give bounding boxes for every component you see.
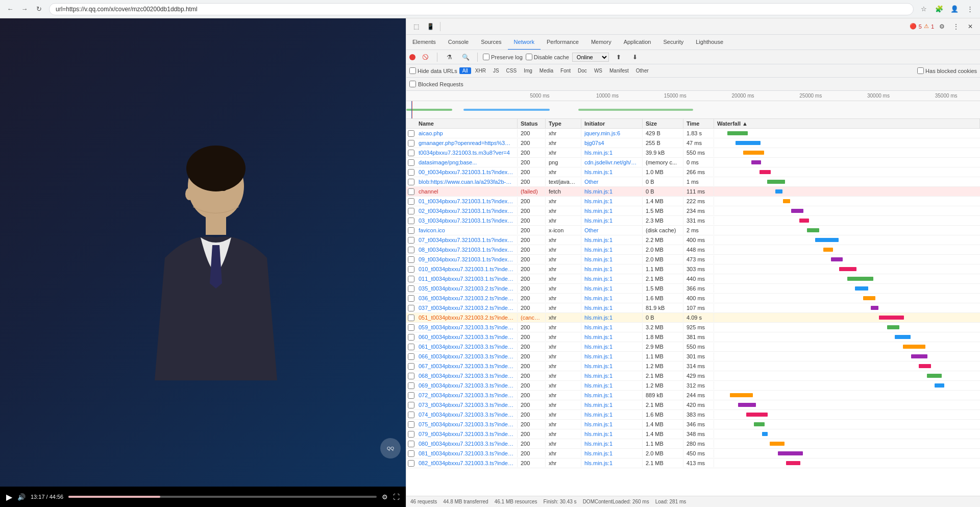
- row-checkbox[interactable]: [406, 198, 415, 205]
- table-row[interactable]: 035_t0034pbxxu7.321003.2.ts?index=35&s..…: [406, 284, 980, 294]
- table-row[interactable]: blob:https://www.cuan.la/a293fa2b-bb38-4…: [406, 177, 980, 187]
- table-row[interactable]: 072_t0034pbxxu7.321003.3.ts?index=72&s..…: [406, 391, 980, 400]
- row-checkbox[interactable]: [406, 421, 415, 428]
- import-button[interactable]: ⬆: [612, 51, 625, 64]
- table-row[interactable]: 00_t0034pbxxu7.321003.1.ts?index=0&star.…: [406, 167, 980, 177]
- row-checkbox[interactable]: [406, 402, 415, 408]
- table-row[interactable]: 059_t0034pbxxu7.321003.3.ts?index=59&s..…: [406, 323, 980, 332]
- tab-elements[interactable]: Elements: [406, 35, 442, 50]
- filter-button[interactable]: ⚗: [443, 51, 456, 64]
- tab-memory[interactable]: Memory: [585, 35, 618, 50]
- search-button[interactable]: 🔍: [459, 51, 472, 64]
- row-checkbox[interactable]: [406, 353, 415, 360]
- row-checkbox[interactable]: [406, 295, 415, 302]
- fullscreen-button[interactable]: ⛶: [393, 493, 400, 501]
- tab-application[interactable]: Application: [618, 35, 657, 50]
- tab-network[interactable]: Network: [508, 35, 541, 50]
- filter-other[interactable]: Other: [633, 67, 652, 74]
- table-row[interactable]: 067_t0034pbxxu7.321003.3.ts?index=67&s..…: [406, 361, 980, 371]
- export-button[interactable]: ⬇: [628, 51, 642, 64]
- row-checkbox[interactable]: [406, 169, 415, 176]
- table-row[interactable]: t0034pbxxu7.321003.ts.m3u8?ver=4 200 xhr…: [406, 148, 980, 158]
- filter-css[interactable]: CSS: [503, 67, 520, 74]
- filter-all[interactable]: All: [459, 67, 471, 74]
- profile-icon[interactable]: 👤: [948, 3, 961, 15]
- filter-js[interactable]: JS: [490, 67, 502, 74]
- table-row[interactable]: 079_t0034pbxxu7.321003.3.ts?index=79&s..…: [406, 429, 980, 439]
- tab-console[interactable]: Console: [442, 35, 475, 50]
- volume-button[interactable]: 🔊: [17, 493, 26, 501]
- row-checkbox[interactable]: [406, 334, 415, 341]
- table-row[interactable]: 01_t0034pbxxu7.321003.1.ts?index=1&star.…: [406, 197, 980, 206]
- row-checkbox[interactable]: [406, 363, 415, 370]
- row-checkbox[interactable]: [406, 208, 415, 214]
- table-row[interactable]: 037_t0034pbxxu7.321003.2.ts?index=37&s..…: [406, 303, 980, 313]
- col-header-name[interactable]: Name: [415, 119, 518, 128]
- extensions-icon[interactable]: 🧩: [933, 3, 945, 15]
- row-checkbox[interactable]: [406, 460, 415, 467]
- row-checkbox[interactable]: [406, 285, 415, 292]
- table-row[interactable]: channel (failed) fetch hls.min.js:1 0 B …: [406, 187, 980, 197]
- col-header-initiator[interactable]: Initiator: [581, 119, 643, 128]
- table-row[interactable]: 08_t0034pbxxu7.321003.1.ts?index=8&star.…: [406, 245, 980, 255]
- filter-media[interactable]: Media: [536, 67, 556, 74]
- table-row[interactable]: 080_t0034pbxxu7.321003.3.ts?index=80&s..…: [406, 439, 980, 449]
- table-row[interactable]: 036_t0034pbxxu7.321003.2.ts?index=36&s..…: [406, 294, 980, 303]
- close-devtools-button[interactable]: ✕: [964, 20, 977, 33]
- settings-button[interactable]: ⚙: [935, 20, 948, 33]
- hide-data-urls-checkbox[interactable]: Hide data URLs: [409, 67, 457, 74]
- table-row[interactable]: 03_t0034pbxxu7.321003.1.ts?index=3&star.…: [406, 216, 980, 226]
- row-checkbox[interactable]: [406, 218, 415, 224]
- table-row[interactable]: 07_t0034pbxxu7.321003.1.ts?index=7&star.…: [406, 235, 980, 245]
- row-checkbox[interactable]: [406, 130, 415, 137]
- bookmark-icon[interactable]: ☆: [918, 3, 930, 15]
- row-checkbox[interactable]: [406, 344, 415, 350]
- preserve-log-checkbox[interactable]: Preserve log: [483, 54, 523, 60]
- row-checkbox[interactable]: [406, 412, 415, 418]
- table-row[interactable]: favicon.ico 200 x-icon Other (disk cache…: [406, 226, 980, 235]
- row-checkbox[interactable]: [406, 247, 415, 253]
- table-row[interactable]: datasimage/png;base... 200 png cdn.jsdel…: [406, 158, 980, 167]
- blocked-requests-checkbox[interactable]: Blocked Requests: [409, 81, 463, 87]
- col-header-waterfall[interactable]: Waterfall ▲: [714, 119, 980, 128]
- table-row[interactable]: aicao.php 200 xhr jquery.min.js:6 429 B …: [406, 129, 980, 138]
- table-row[interactable]: 061_t0034pbxxu7.321003.3.ts?index=61&s..…: [406, 342, 980, 352]
- table-row[interactable]: 075_t0034pbxxu7.321003.3.ts?index=75&s..…: [406, 420, 980, 429]
- table-row[interactable]: 051_t0034pbxxu7.321003.2.ts?index=51&s..…: [406, 313, 980, 323]
- table-row[interactable]: gmanager.php?openread=https%3A%2F%2F... …: [406, 138, 980, 148]
- row-checkbox[interactable]: [406, 150, 415, 156]
- table-row[interactable]: 09_t0034pbxxu7.321003.1.ts?index=9&star.…: [406, 255, 980, 264]
- row-checkbox[interactable]: [406, 179, 415, 185]
- disable-cache-checkbox[interactable]: Disable cache: [526, 54, 569, 60]
- filter-img[interactable]: Img: [521, 67, 535, 74]
- tab-performance[interactable]: Performance: [541, 35, 585, 50]
- row-checkbox[interactable]: [406, 315, 415, 321]
- row-checkbox[interactable]: [406, 431, 415, 438]
- col-header-time[interactable]: Time: [683, 119, 714, 128]
- table-row[interactable]: 060_t0034pbxxu7.321003.3.ts?index=60&s..…: [406, 332, 980, 342]
- menu-icon[interactable]: ⋮: [964, 3, 976, 15]
- filter-ws[interactable]: WS: [591, 67, 605, 74]
- table-row[interactable]: 066_t0034pbxxu7.321003.3.ts?index=66&s..…: [406, 352, 980, 361]
- row-checkbox[interactable]: [406, 188, 415, 195]
- col-header-size[interactable]: Size: [643, 119, 683, 128]
- row-checkbox[interactable]: [406, 305, 415, 311]
- table-row[interactable]: 082_t0034pbxxu7.321003.3.ts?index=82&s..…: [406, 458, 980, 468]
- tab-security[interactable]: Security: [657, 35, 690, 50]
- table-row[interactable]: 074_t0034pbxxu7.321003.3.ts?index=74&s..…: [406, 410, 980, 420]
- table-row[interactable]: 069_t0034pbxxu7.321003.3.ts?index=69&s..…: [406, 381, 980, 391]
- network-table[interactable]: Name Status Type Initiator Size Time Wat…: [406, 119, 980, 496]
- row-checkbox[interactable]: [406, 266, 415, 273]
- filter-xhr[interactable]: XHR: [472, 67, 489, 74]
- more-options-button[interactable]: ⋮: [949, 20, 963, 33]
- row-checkbox[interactable]: [406, 140, 415, 147]
- back-button[interactable]: ←: [4, 3, 16, 15]
- timeline-graph[interactable]: [406, 101, 980, 118]
- col-header-type[interactable]: Type: [546, 119, 581, 128]
- row-checkbox[interactable]: [406, 450, 415, 457]
- filter-manifest[interactable]: Manifest: [606, 67, 632, 74]
- row-checkbox[interactable]: [406, 159, 415, 166]
- reload-button[interactable]: ↻: [33, 3, 45, 15]
- address-bar[interactable]: [49, 3, 914, 15]
- col-header-status[interactable]: Status: [518, 119, 546, 128]
